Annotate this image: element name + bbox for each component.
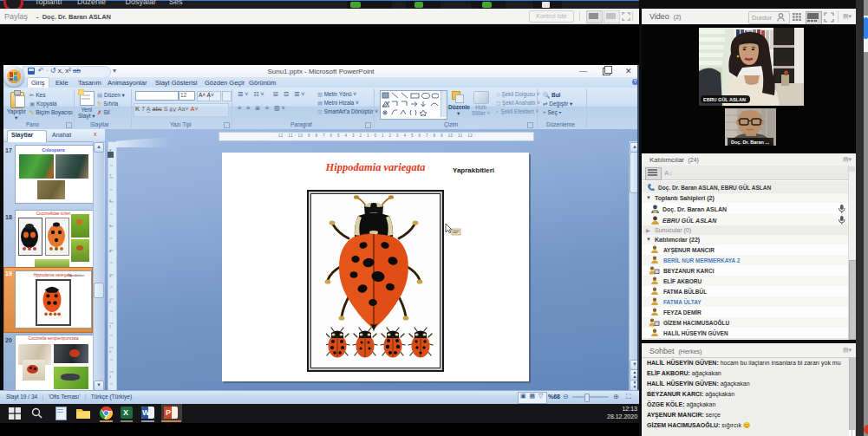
svg-text:⸒: ⸒ [845, 205, 846, 209]
